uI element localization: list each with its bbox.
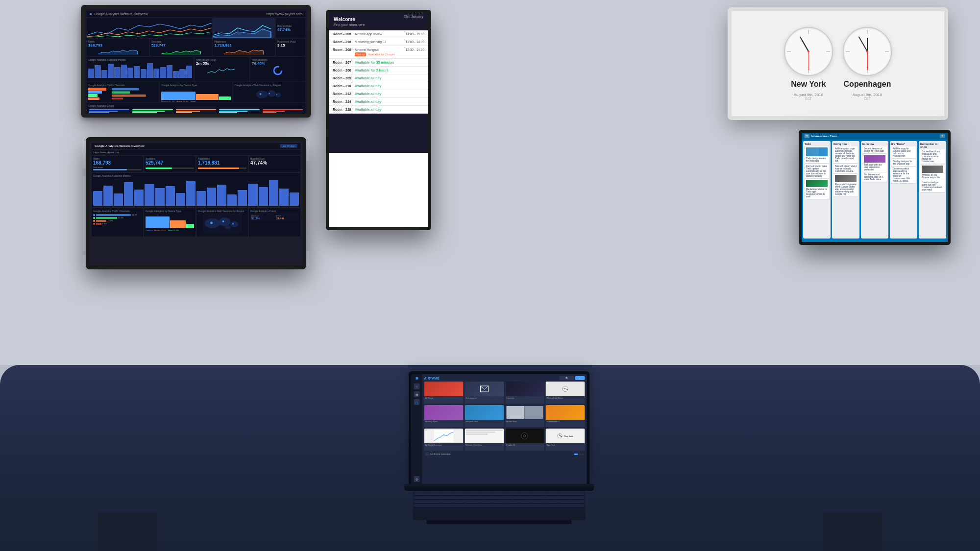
- key-caps: [415, 500, 440, 503]
- ga-table: Google Analytics Count: [87, 103, 305, 114]
- pageviews-value: 1,719,981: [214, 43, 273, 48]
- available-in: Available for 2 hours: [368, 53, 395, 56]
- svg-rect-4: [112, 95, 146, 97]
- trello-col-done: It's "Done" Add the copy for buttons lab…: [890, 141, 917, 239]
- key-i: [541, 496, 555, 500]
- ga-table-label: Google Analytics Count: [88, 104, 304, 107]
- thumb-label-9: Air Room Overview: [424, 443, 464, 447]
- audience-label: Google Analytics Audience Metrics: [88, 58, 192, 61]
- laptop-thumb-2[interactable]: Homescreen: [465, 382, 504, 404]
- trello-card-7: Second iteration of design for Trello ap…: [862, 146, 887, 153]
- ga-sess-val: 529,747: [146, 160, 194, 166]
- svg-rect-3: [112, 91, 130, 94]
- chart-2: [213, 18, 275, 38]
- key-r: [485, 496, 499, 500]
- count-1: Desktop 51.2%: [250, 214, 274, 221]
- clock-tz-ny: EST: [794, 97, 824, 100]
- thumb-img-11: [505, 429, 544, 443]
- thumb-img-3: [505, 382, 544, 396]
- laptop-thumb-1[interactable]: Air Room: [424, 382, 464, 404]
- device-bars: [161, 88, 230, 100]
- clock-display: New York August 8th, 2018 EST Copen: [728, 7, 948, 120]
- laptop-thumb-10[interactable]: Website Slide/View: [465, 429, 504, 451]
- ga-metrics-row: Users 168,793 Daily target Sessions 529,…: [92, 156, 300, 172]
- ga-br-val: 47.74%: [250, 160, 299, 166]
- laptop-thumb-11[interactable]: Playlist 02: [505, 429, 544, 451]
- trello-col-title-review: In review: [862, 143, 887, 145]
- laptop-sidebar-home[interactable]: ⌂: [414, 383, 420, 389]
- key-y: [513, 496, 527, 500]
- key-u: [527, 496, 541, 500]
- laptop-thumb-8[interactable]: Homescreen 2: [546, 405, 585, 427]
- laptop-thumb-9[interactable]: Air Room Overview: [424, 429, 464, 451]
- analytics-header: ■ Google Analytics Website Overview http…: [87, 11, 305, 17]
- laptop-thumb-4[interactable]: Sliding Conf Room: [546, 382, 585, 404]
- thumb-img-8: [546, 405, 585, 420]
- ns-value: 76.40%: [252, 61, 304, 66]
- laptop-search[interactable]: 🔍: [560, 376, 574, 380]
- room-row-212: Room - 212 Available all day: [329, 90, 428, 98]
- ga-header-bar: Google Analytics Website Overview Last 3…: [92, 143, 300, 149]
- device-bars-lg: [146, 214, 194, 228]
- chart-row-3: Google Analytics Audience Metrics: [87, 57, 305, 81]
- thumb-label-3: Contents: [505, 396, 544, 400]
- next-up-badge: Next up: [355, 52, 366, 56]
- laptop-keyboard: [413, 491, 586, 520]
- key-5: [467, 492, 480, 496]
- room-num-216: Room - 216: [333, 40, 355, 44]
- key-enter: [559, 500, 584, 503]
- chart-1: [87, 18, 212, 38]
- ga-traffic-title: Google Analytics Traffic Channels: [93, 210, 142, 213]
- laptop-add-button[interactable]: +: [575, 376, 585, 380]
- room-row-210: Room - 210 Available all day: [329, 82, 428, 90]
- laptop-thumb-7[interactable]: Mobile View: [505, 405, 544, 427]
- laptop-sidebar: ▣ ⌂ ▦ ◻ ⚙: [412, 374, 422, 484]
- key-j: [519, 500, 532, 503]
- metric-pageviews-avg: Pageviews (Avg) 3.15: [276, 39, 305, 56]
- clock-tz-cph: CET: [853, 97, 882, 100]
- count-2: Mobile 35.4%: [275, 214, 299, 221]
- count-2-val: 35.4%: [276, 217, 298, 220]
- thumb-img-5: [424, 405, 464, 420]
- laptop-thumb-3[interactable]: Contents: [505, 382, 544, 404]
- chart-row-4: Google Analytics Traffic Channels: [87, 82, 305, 102]
- thumb-img-2: [465, 382, 504, 396]
- laptop-app: ▣ ⌂ ▦ ◻ ⚙ AIRTAME: [412, 374, 587, 484]
- world-label: Google Analytics Web Sessions by Region: [235, 84, 304, 87]
- trello-card-6: Pre-production review of the Google Slid…: [833, 174, 858, 196]
- metric-sessions: Sessions 529,747: [150, 39, 212, 56]
- laptop-pagination: [574, 454, 584, 455]
- channel-1: 51.2%: [93, 214, 142, 216]
- trello-col-doing: Doing now Add the option to go automatiz…: [832, 141, 859, 239]
- trello-card-8: Test apps with our user experience perfe…: [862, 154, 887, 172]
- trello-card-3: Marketing material for Trello app. Custo…: [805, 179, 829, 199]
- laptop-sidebar-user[interactable]: ◻: [414, 399, 420, 405]
- laptop-sidebar-screens[interactable]: ▦: [414, 391, 420, 397]
- desk-leg-left: [98, 512, 157, 551]
- thumb-label-5: Meeting Room: [424, 420, 464, 423]
- key-o: [556, 496, 569, 500]
- device-breakdown: Google Analytics by Device Type Desktop …: [160, 82, 232, 102]
- room-bottom-dark: [329, 114, 428, 153]
- channel-3-pct: 11.2%: [107, 219, 117, 222]
- device-legend: Desktop Mobile 35.4% Tablet 20.0%: [146, 229, 194, 232]
- channel-2-pct: 31.3%: [118, 216, 128, 219]
- clock-new-york: New York August 8th, 2018 EST: [784, 27, 833, 100]
- ga-device-title: Google Analytics by Device Type: [146, 210, 194, 213]
- laptop-thumb-6[interactable]: Hangout Feed: [465, 405, 504, 427]
- desktop-label: Desktop 51.2%: [161, 100, 174, 102]
- key-space: [415, 504, 584, 507]
- svg-point-14: [219, 217, 231, 226]
- clock-date-cph-text: August 8th, 2018: [853, 93, 882, 97]
- room-frame: Welcome Find your room here 13:55 23rd J…: [326, 10, 431, 230]
- laptop-thumb-12[interactable]: New York New York: [546, 429, 585, 451]
- laptop-thumb-5[interactable]: Meeting Room: [424, 405, 464, 427]
- mobile-pct: Mobile 35.4%: [154, 229, 166, 232]
- room-num-212: Room - 212: [333, 92, 355, 96]
- thumb-img-9: [424, 429, 464, 443]
- ga-table-content: [88, 108, 304, 114]
- trello-col-title-todo: Todo: [805, 143, 829, 145]
- thumb-label-2: Homescreen: [465, 396, 504, 400]
- trello-card-15: Have fun and get some sun, get creative …: [920, 180, 945, 192]
- laptop-sidebar-settings[interactable]: ⚙: [414, 476, 420, 482]
